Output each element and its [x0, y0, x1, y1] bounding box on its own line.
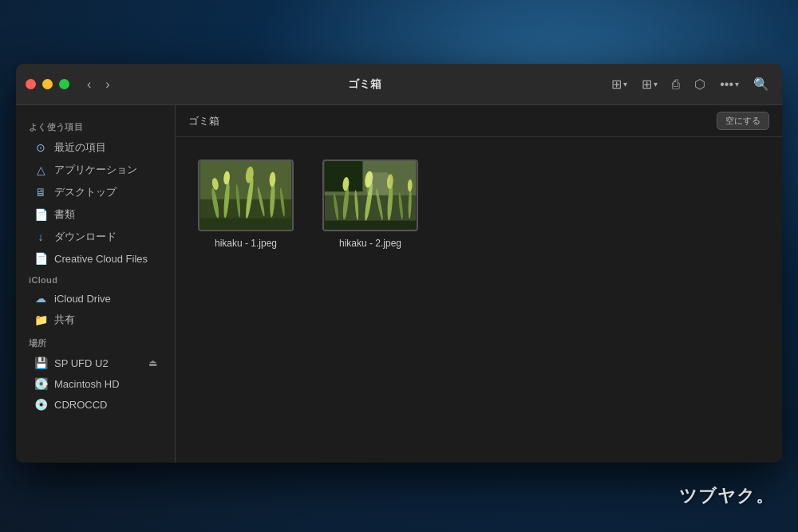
file-grid: hikaku - 1.jpeg [176, 137, 782, 463]
main-area: よく使う項目 ⊙ 最近の項目 △ アプリケーション 🖥 デスクトップ 📄 書類 … [16, 105, 782, 463]
grid-icon: ⊞ [611, 77, 622, 92]
content-title: ゴミ箱 [188, 114, 219, 128]
navigation-arrows: ‹ › [82, 74, 115, 95]
sidebar-label-shared: 共有 [54, 313, 75, 327]
sidebar-section-favorites: よく使う項目 [16, 115, 175, 136]
sidebar: よく使う項目 ⊙ 最近の項目 △ アプリケーション 🖥 デスクトップ 📄 書類 … [16, 105, 176, 463]
traffic-lights [26, 79, 69, 89]
sidebar-item-cdrom[interactable]: 💿 CDROCCD [21, 394, 170, 415]
finder-window: ‹ › ゴミ箱 ⊞ ▾ ⊞ ▾ ⎙ ⬡ ••• ▾ 🔍 [16, 64, 782, 463]
file-thumbnail-1 [198, 160, 294, 231]
sidebar-item-applications[interactable]: △ アプリケーション [21, 159, 170, 181]
sidebar-item-creative-cloud[interactable]: 📄 Creative Cloud Files [21, 248, 170, 269]
view-icon-button[interactable]: ⊞ ▾ [608, 73, 630, 95]
sidebar-section-places: 場所 [16, 331, 175, 353]
sidebar-label-cdrom: CDROCCD [54, 399, 107, 411]
content-area: ゴミ箱 空にする [176, 105, 782, 463]
sidebar-label-desktop: デスクトップ [54, 185, 117, 199]
more-icon: ••• [720, 77, 733, 92]
search-button[interactable]: 🔍 [750, 73, 772, 95]
share-button[interactable]: ⎙ [669, 74, 683, 95]
desktop-icon: 🖥 [34, 186, 48, 199]
watermark: ツブヤク。 [679, 484, 775, 508]
chevron-down-icon: ▾ [623, 80, 627, 89]
cdrom-icon: 💿 [34, 398, 48, 411]
chevron-down-icon2: ▾ [654, 80, 658, 89]
list-item[interactable]: hikaku - 2.jpeg [316, 153, 425, 255]
applications-icon: △ [34, 164, 48, 176]
sidebar-item-sp-ufd[interactable]: 💾 SP UFD U2 ⏏ [21, 353, 170, 373]
recents-icon: ⊙ [34, 141, 48, 154]
svg-rect-31 [325, 221, 417, 230]
chevron-down-icon3: ▾ [735, 80, 739, 89]
shared-icon: 📁 [34, 313, 48, 326]
sidebar-item-documents[interactable]: 📄 書類 [21, 203, 170, 226]
forward-button[interactable]: › [101, 74, 114, 95]
toolbar-right: ⊞ ▾ ⊞ ▾ ⎙ ⬡ ••• ▾ 🔍 [608, 73, 772, 95]
sidebar-label-documents: 書類 [54, 207, 75, 222]
view-options-button[interactable]: ⊞ ▾ [638, 73, 661, 95]
sidebar-label-applications: アプリケーション [54, 163, 137, 177]
share-icon: ⎙ [672, 77, 680, 92]
more-button[interactable]: ••• ▾ [717, 74, 742, 95]
search-icon: 🔍 [753, 77, 769, 92]
close-button[interactable] [26, 79, 36, 89]
eject-icon[interactable]: ⏏ [148, 357, 157, 368]
documents-icon: 📄 [34, 208, 48, 221]
macintosh-hd-icon: 💽 [34, 377, 48, 390]
window-title: ゴミ箱 [121, 77, 609, 92]
maximize-button[interactable] [59, 79, 69, 89]
minimize-button[interactable] [42, 79, 53, 89]
content-header: ゴミ箱 空にする [176, 105, 782, 137]
list-item[interactable]: hikaku - 1.jpeg [192, 153, 300, 255]
downloads-icon: ↓ [34, 231, 48, 243]
tag-icon: ⬡ [694, 77, 705, 92]
sidebar-item-macintosh-hd[interactable]: 💽 Macintosh HD [21, 373, 170, 394]
file-name-1: hikaku - 1.jpeg [215, 238, 277, 249]
empty-trash-button[interactable]: 空にする [717, 112, 769, 130]
sidebar-label-recents: 最近の項目 [54, 140, 106, 155]
sidebar-item-downloads[interactable]: ↓ ダウンロード [21, 226, 170, 248]
creative-cloud-icon: 📄 [34, 252, 48, 265]
svg-rect-32 [366, 172, 389, 195]
sidebar-item-recents[interactable]: ⊙ 最近の項目 [21, 136, 170, 159]
sidebar-label-icloud-drive: iCloud Drive [54, 293, 111, 305]
sidebar-label-macintosh-hd: Macintosh HD [54, 378, 120, 390]
file-thumbnail-2 [322, 160, 418, 231]
sidebar-item-shared[interactable]: 📁 共有 [21, 309, 170, 331]
sidebar-label-creative-cloud: Creative Cloud Files [54, 253, 148, 265]
sidebar-item-icloud-drive[interactable]: ☁ iCloud Drive [21, 288, 170, 309]
file-name-2: hikaku - 2.jpeg [339, 238, 401, 249]
sidebar-section-icloud: iCloud [16, 269, 175, 288]
sidebar-item-desktop[interactable]: 🖥 デスクトップ [21, 181, 170, 203]
title-bar: ‹ › ゴミ箱 ⊞ ▾ ⊞ ▾ ⎙ ⬡ ••• ▾ 🔍 [16, 64, 782, 105]
sp-ufd-icon: 💾 [34, 357, 48, 369]
icloud-drive-icon: ☁ [34, 292, 48, 305]
view-options-icon: ⊞ [642, 77, 652, 92]
svg-rect-15 [200, 161, 292, 230]
sidebar-label-downloads: ダウンロード [54, 230, 117, 244]
sidebar-label-sp-ufd: SP UFD U2 [54, 357, 109, 369]
tag-button[interactable]: ⬡ [691, 73, 709, 95]
back-button[interactable]: ‹ [82, 74, 96, 95]
